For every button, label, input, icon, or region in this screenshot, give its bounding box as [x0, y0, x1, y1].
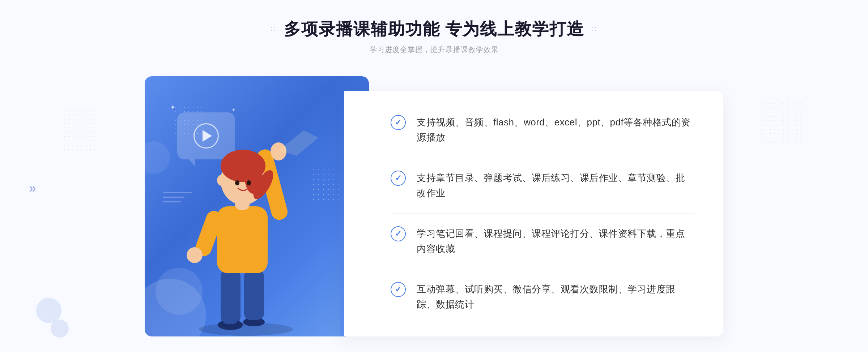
dots-decoration-left	[58, 108, 101, 152]
dots-icon-left: ∷	[271, 25, 277, 34]
arrow-left-icon: »	[29, 181, 36, 196]
svg-point-17	[187, 247, 203, 263]
check-circle-4: ✓	[391, 282, 406, 297]
figure-illustration	[166, 127, 347, 336]
check-circle-2: ✓	[391, 171, 406, 186]
feature-item-3: ✓ 学习笔记回看、课程提问、课程评论打分、课件资料下载，重点内容收藏	[391, 226, 694, 256]
svg-point-13	[235, 180, 239, 185]
main-content: ✦ ✦	[145, 69, 723, 344]
svg-rect-5	[217, 206, 268, 273]
svg-point-15	[217, 175, 226, 186]
feature-text-4: 互动弹幕、试听购买、微信分享、观看次数限制、学习进度跟踪、数据统计	[417, 282, 694, 312]
content-panel: ✓ 支持视频、音频、flash、word、excel、ppt、pdf等各种格式的…	[340, 91, 723, 336]
feature-text-2: 支持章节目录、弹题考试、课后练习、课后作业、章节测验、批改作业	[417, 171, 694, 201]
check-icon-3: ✓	[395, 230, 401, 238]
page-container: » ∷ 多项录播课辅助功能 专为线上教学打造 ∷ 学习进度全掌握，提升录播课教学…	[0, 0, 868, 352]
svg-point-14	[247, 180, 251, 185]
illustration-panel: ✦ ✦	[145, 76, 369, 336]
feature-item-2: ✓ 支持章节目录、弹题考试、课后练习、课后作业、章节测验、批改作业	[391, 171, 694, 201]
divider-1	[391, 158, 694, 158]
page-title: 多项录播课辅助功能 专为线上教学打造	[284, 18, 584, 40]
divider-3	[391, 269, 694, 269]
feature-text-1: 支持视频、音频、flash、word、excel、ppt、pdf等各种格式的资源…	[417, 115, 694, 145]
page-subtitle: 学习进度全掌握，提升录播课教学效果	[271, 45, 598, 55]
check-circle-1: ✓	[391, 115, 406, 130]
svg-rect-19	[246, 311, 261, 320]
page-header: ∷ 多项录播课辅助功能 专为线上教学打造 ∷ 学习进度全掌握，提升录播课教学效果	[271, 18, 598, 55]
title-row: ∷ 多项录播课辅助功能 专为线上教学打造 ∷	[271, 18, 598, 40]
side-stripe	[340, 91, 344, 336]
feature-text-3: 学习笔记回看、课程提问、课程评论打分、课件资料下载，重点内容收藏	[417, 226, 694, 256]
check-icon-2: ✓	[395, 174, 401, 182]
dots-icon-right: ∷	[591, 25, 597, 34]
check-icon-4: ✓	[395, 286, 401, 293]
feature-item-1: ✓ 支持视频、音频、flash、word、excel、ppt、pdf等各种格式的…	[391, 115, 694, 145]
sparkle-icon-2: ✦	[231, 107, 236, 113]
feature-item-4: ✓ 互动弹幕、试听购买、微信分享、观看次数限制、学习进度跟踪、数据统计	[391, 282, 694, 312]
sparkle-icon-1: ✦	[170, 103, 175, 111]
divider-2	[391, 213, 694, 214]
dots-decoration-right	[760, 101, 803, 145]
deco-circle-2	[51, 319, 69, 338]
svg-rect-18	[222, 315, 238, 324]
check-circle-3: ✓	[391, 226, 406, 241]
check-icon-1: ✓	[395, 119, 401, 126]
